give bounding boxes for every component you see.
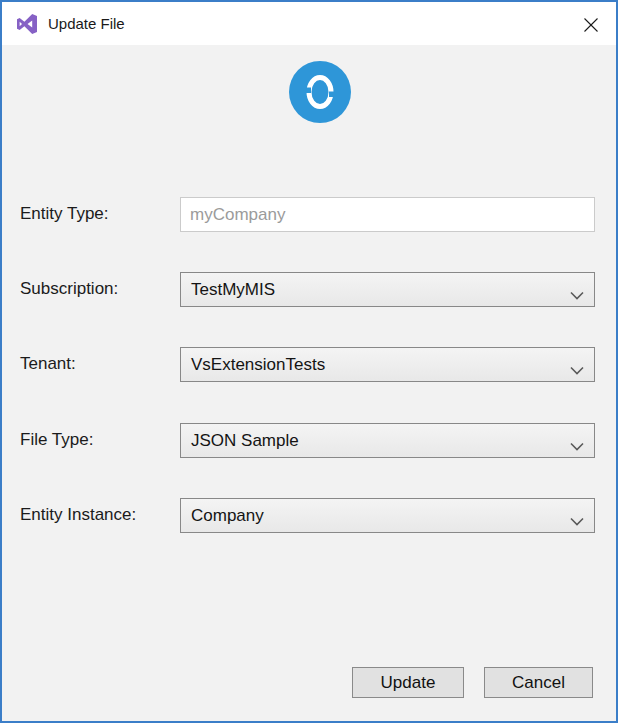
chevron-down-icon [570, 511, 584, 520]
entity-instance-value: Company [191, 506, 264, 526]
close-icon[interactable] [580, 14, 602, 36]
tenant-dropdown[interactable]: VsExtensionTests [180, 347, 595, 382]
window-title: Update File [48, 15, 125, 32]
update-button[interactable]: Update [352, 667, 464, 698]
tenant-label: Tenant: [20, 347, 175, 381]
file-type-value: JSON Sample [191, 431, 299, 451]
titlebar: Update File [2, 2, 616, 45]
chevron-down-icon [570, 360, 584, 369]
entity-type-input[interactable] [180, 197, 595, 232]
entity-type-label: Entity Type: [20, 197, 175, 231]
entity-instance-dropdown[interactable]: Company [180, 498, 595, 533]
subscription-label: Subscription: [20, 272, 175, 306]
visual-studio-icon [15, 12, 39, 36]
loading-circle-icon [289, 61, 351, 123]
update-file-dialog: Update File Entity Type: Subscription: T… [0, 0, 618, 723]
chevron-down-icon [570, 436, 584, 445]
cancel-button[interactable]: Cancel [484, 667, 593, 698]
file-type-label: File Type: [20, 423, 175, 457]
tenant-value: VsExtensionTests [191, 355, 325, 375]
subscription-value: TestMyMIS [191, 280, 275, 300]
file-type-dropdown[interactable]: JSON Sample [180, 423, 595, 458]
chevron-down-icon [570, 285, 584, 294]
entity-instance-label: Entity Instance: [20, 498, 175, 532]
subscription-dropdown[interactable]: TestMyMIS [180, 272, 595, 307]
